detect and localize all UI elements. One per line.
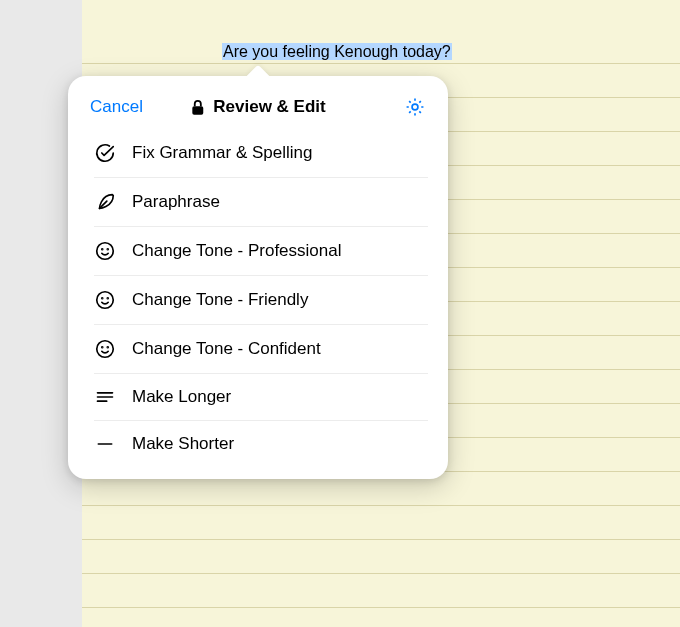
menu-item-label: Change Tone - Confident — [132, 339, 321, 359]
popover-title: Review & Edit — [213, 97, 325, 117]
menu-item-tone-friendly[interactable]: Change Tone - Friendly — [94, 275, 428, 324]
svg-rect-0 — [192, 106, 203, 115]
menu-item-tone-confident[interactable]: Change Tone - Confident — [94, 324, 428, 373]
smile-icon — [94, 338, 116, 360]
lines-icon — [94, 387, 116, 407]
popover-header: Cancel Review & Edit — [68, 76, 448, 136]
smile-icon — [94, 289, 116, 311]
svg-point-4 — [107, 249, 108, 250]
svg-point-5 — [97, 292, 114, 309]
settings-button[interactable] — [402, 94, 428, 120]
svg-point-10 — [107, 347, 108, 348]
cancel-button[interactable]: Cancel — [90, 97, 143, 117]
menu-item-tone-professional[interactable]: Change Tone - Professional — [94, 226, 428, 275]
svg-point-3 — [102, 249, 103, 250]
popover-title-group: Review & Edit — [190, 97, 325, 117]
menu-item-label: Change Tone - Friendly — [132, 290, 308, 310]
feather-icon — [94, 191, 116, 213]
menu-item-label: Make Longer — [132, 387, 231, 407]
editor-selected-text[interactable]: Are you feeling Kenough today? — [222, 42, 452, 61]
svg-point-7 — [107, 298, 108, 299]
minus-icon — [94, 434, 116, 454]
smile-icon — [94, 240, 116, 262]
menu-item-make-shorter[interactable]: Make Shorter — [94, 420, 428, 467]
svg-point-6 — [102, 298, 103, 299]
menu-item-fix-grammar[interactable]: Fix Grammar & Spelling — [94, 136, 428, 177]
menu-item-paraphrase[interactable]: Paraphrase — [94, 177, 428, 226]
menu-item-label: Paraphrase — [132, 192, 220, 212]
lock-icon — [190, 99, 205, 116]
menu-item-label: Change Tone - Professional — [132, 241, 342, 261]
svg-point-8 — [97, 341, 114, 358]
svg-point-9 — [102, 347, 103, 348]
menu-item-label: Fix Grammar & Spelling — [132, 143, 312, 163]
check-circle-icon — [94, 142, 116, 164]
gear-icon — [404, 96, 426, 118]
review-edit-menu: Fix Grammar & Spelling Paraphrase Ch — [94, 136, 428, 479]
menu-item-label: Make Shorter — [132, 434, 234, 454]
review-edit-popover: Cancel Review & Edit — [68, 76, 448, 479]
svg-point-1 — [412, 104, 418, 110]
menu-item-make-longer[interactable]: Make Longer — [94, 373, 428, 420]
selected-text-span: Are you feeling Kenough today? — [222, 43, 452, 60]
svg-point-2 — [97, 243, 114, 260]
